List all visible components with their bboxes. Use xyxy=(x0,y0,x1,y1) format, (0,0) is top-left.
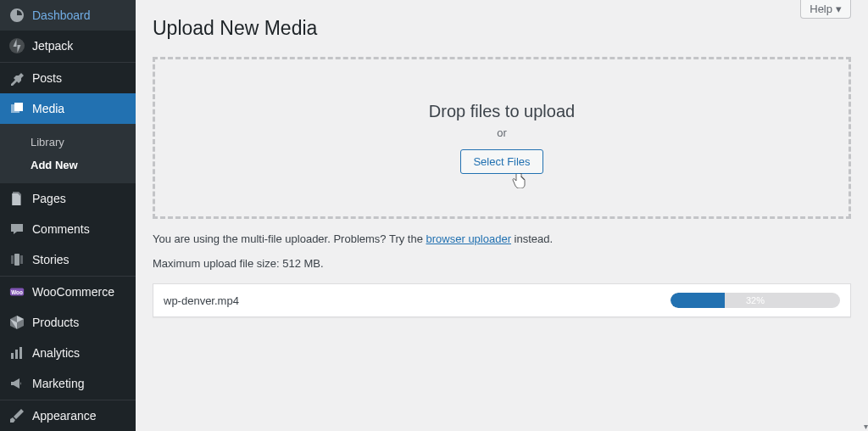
drop-or-text: or xyxy=(172,126,832,139)
comments-icon xyxy=(8,221,25,238)
upload-progress-bar: 32% xyxy=(670,293,840,308)
sidebar-item-label: Comments xyxy=(32,222,90,236)
vertical-scrollbar[interactable]: ▾ xyxy=(856,0,868,431)
sidebar-item-label: Media xyxy=(32,102,64,115)
submenu-add-new[interactable]: Add New xyxy=(0,154,136,176)
jetpack-icon xyxy=(8,37,25,54)
page-title: Upload New Media xyxy=(153,0,851,48)
products-icon xyxy=(8,314,25,331)
woocommerce-icon: Woo xyxy=(8,283,25,300)
cursor-icon xyxy=(512,173,526,191)
upload-dropzone[interactable]: Drop files to upload or Select Files xyxy=(153,57,851,219)
sidebar-item-label: Dashboard xyxy=(32,8,91,22)
svg-rect-1 xyxy=(14,254,19,266)
svg-rect-7 xyxy=(15,350,18,359)
sidebar-item-posts[interactable]: Posts xyxy=(0,63,136,93)
sidebar-item-media[interactable]: Media xyxy=(0,93,136,124)
sidebar-item-label: Analytics xyxy=(32,346,80,360)
sidebar-item-pages[interactable]: Pages xyxy=(0,183,136,214)
main-content: Help ▾ Upload New Media Drop files to up… xyxy=(136,0,868,431)
sidebar-item-label: Products xyxy=(32,316,79,329)
analytics-icon xyxy=(8,344,25,361)
svg-rect-6 xyxy=(11,353,14,359)
sidebar-item-products[interactable]: Products xyxy=(0,307,136,338)
submenu-library[interactable]: Library xyxy=(0,131,136,154)
media-submenu: Library Add New xyxy=(0,124,136,183)
svg-rect-8 xyxy=(19,347,22,359)
admin-sidebar: Dashboard Jetpack Posts Media Library Ad… xyxy=(0,0,136,431)
sidebar-item-analytics[interactable]: Analytics xyxy=(0,338,136,368)
help-tab[interactable]: Help ▾ xyxy=(800,0,851,19)
scrollbar-down-icon[interactable]: ▾ xyxy=(864,422,868,431)
chevron-down-icon: ▾ xyxy=(836,3,842,15)
sidebar-item-comments[interactable]: Comments xyxy=(0,214,136,244)
upload-progress-percent: 32% xyxy=(670,293,840,308)
sidebar-item-dashboard[interactable]: Dashboard xyxy=(0,0,136,31)
sidebar-item-label: Jetpack xyxy=(32,39,73,53)
sidebar-item-label: Marketing xyxy=(32,377,84,390)
dashboard-icon xyxy=(8,7,25,24)
sidebar-item-marketing[interactable]: Marketing xyxy=(0,368,136,399)
sidebar-item-woocommerce[interactable]: Woo WooCommerce xyxy=(0,277,136,307)
help-label: Help xyxy=(810,3,832,15)
svg-text:Woo: Woo xyxy=(11,289,23,295)
svg-point-0 xyxy=(9,38,25,53)
brush-icon xyxy=(8,407,25,424)
drop-instructions: Drop files to upload xyxy=(172,102,832,121)
select-files-button[interactable]: Select Files xyxy=(460,149,542,174)
upload-filename: wp-denver.mp4 xyxy=(164,294,660,307)
svg-rect-2 xyxy=(11,255,14,264)
media-icon xyxy=(8,100,25,117)
sidebar-item-label: WooCommerce xyxy=(32,285,114,299)
svg-rect-3 xyxy=(20,255,23,264)
max-upload-size: Maximum upload file size: 512 MB. xyxy=(153,257,851,270)
stories-icon xyxy=(8,251,25,268)
pin-icon xyxy=(8,70,25,87)
browser-uploader-link[interactable]: browser uploader xyxy=(426,232,511,245)
sidebar-item-jetpack[interactable]: Jetpack xyxy=(0,31,136,61)
megaphone-icon xyxy=(8,375,25,392)
sidebar-item-label: Pages xyxy=(32,192,66,205)
sidebar-item-label: Stories xyxy=(32,253,70,266)
sidebar-item-appearance[interactable]: Appearance xyxy=(0,400,136,431)
sidebar-item-label: Appearance xyxy=(32,409,97,423)
pages-icon xyxy=(8,190,25,207)
sidebar-item-stories[interactable]: Stories xyxy=(0,244,136,275)
uploader-note: You are using the multi-file uploader. P… xyxy=(153,232,851,245)
sidebar-item-label: Posts xyxy=(32,71,62,85)
upload-progress-row: wp-denver.mp4 32% xyxy=(153,283,851,317)
